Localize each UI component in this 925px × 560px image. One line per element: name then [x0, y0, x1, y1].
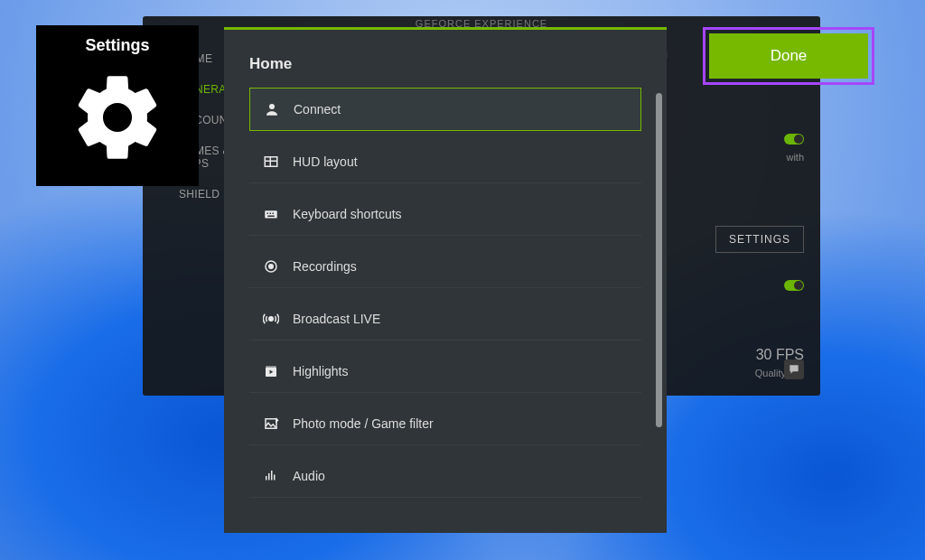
menu-item-label: Broadcast LIVE — [293, 312, 380, 326]
broadcast-icon — [262, 310, 280, 328]
panel-title: Home — [224, 55, 667, 88]
svg-point-11 — [269, 264, 274, 268]
audio-icon — [262, 467, 280, 485]
person-icon — [263, 100, 281, 118]
menu-item-connect[interactable]: Connect — [249, 88, 641, 131]
svg-point-12 — [269, 316, 274, 321]
menu-item-highlights[interactable]: Highlights — [249, 350, 641, 393]
layout-icon — [262, 153, 280, 171]
menu-item-label: Photo mode / Game filter — [293, 416, 434, 431]
done-callout: Done — [703, 27, 874, 85]
settings-panel: Home Connect HUD layout Keyboard shortcu… — [224, 27, 667, 533]
done-button-label: Done — [771, 47, 808, 65]
menu-item-recordings[interactable]: Recordings — [249, 245, 641, 288]
record-icon — [262, 257, 280, 275]
menu-item-label: Keyboard shortcuts — [293, 207, 402, 221]
overlay-right-column: with SETTINGS 30 FPS Quality — [659, 134, 804, 379]
menu-item-audio[interactable]: Audio — [249, 454, 641, 498]
svg-rect-18 — [274, 474, 276, 480]
menu-item-photo-mode[interactable]: Photo mode / Game filter — [249, 402, 641, 445]
highlights-icon — [262, 362, 280, 380]
photo-icon — [262, 415, 280, 433]
menu-item-broadcast-live[interactable]: Broadcast LIVE — [249, 297, 641, 341]
scrollbar[interactable] — [656, 93, 662, 427]
menu-item-label: Highlights — [293, 364, 348, 378]
menu-item-hud-layout[interactable]: HUD layout — [249, 140, 641, 183]
keyboard-icon — [262, 205, 280, 223]
toggle-switch-2[interactable] — [784, 280, 804, 291]
menu-item-keyboard-shortcuts[interactable]: Keyboard shortcuts — [249, 192, 641, 236]
settings-menu: Connect HUD layout Keyboard shortcuts Re… — [224, 88, 667, 498]
gear-icon — [68, 68, 167, 167]
settings-button[interactable]: SETTINGS — [715, 226, 804, 253]
svg-rect-17 — [271, 471, 273, 481]
svg-rect-15 — [266, 476, 267, 481]
menu-item-label: Recordings — [293, 259, 357, 274]
fps-value: 30 FPS — [659, 347, 804, 363]
settings-callout-label: Settings — [36, 36, 199, 55]
settings-callout: Settings — [36, 25, 199, 186]
svg-point-3 — [269, 104, 275, 109]
feedback-icon[interactable] — [784, 359, 804, 379]
menu-item-label: HUD layout — [293, 154, 358, 169]
svg-rect-16 — [268, 473, 270, 481]
done-button[interactable]: Done — [709, 33, 868, 79]
aux-label: with — [659, 152, 804, 163]
toggle-switch[interactable] — [784, 134, 804, 145]
svg-rect-5 — [265, 210, 277, 218]
quality-label: Quality — [755, 368, 786, 378]
menu-item-label: Audio — [293, 469, 325, 483]
svg-rect-8 — [273, 212, 275, 214]
svg-rect-7 — [270, 212, 272, 214]
menu-item-label: Connect — [294, 102, 341, 117]
svg-rect-6 — [267, 212, 269, 214]
svg-rect-9 — [267, 215, 275, 217]
